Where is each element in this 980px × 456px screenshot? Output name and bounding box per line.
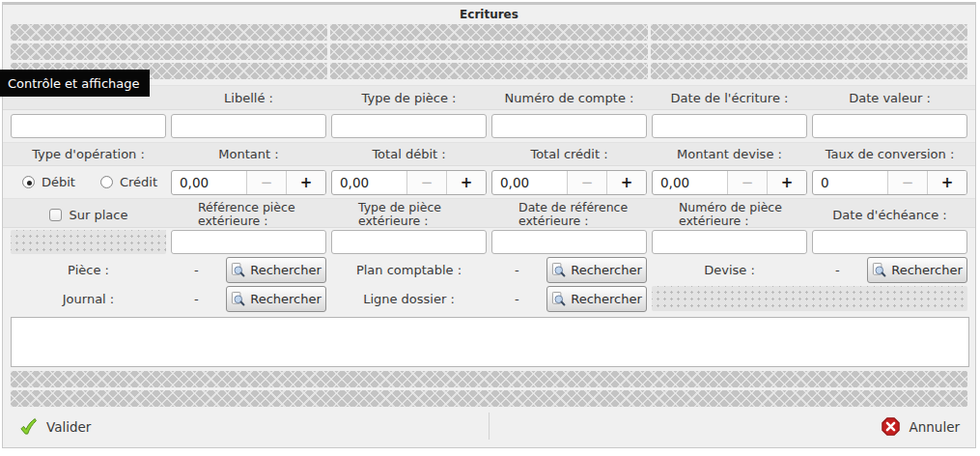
montant-devise-decrement-button[interactable]: − [727, 171, 767, 194]
bottom-hatch-area [11, 371, 967, 407]
journal-value: - [194, 292, 199, 306]
numero-piece-ext-input[interactable] [652, 230, 807, 254]
annuler-button[interactable]: Annuler [882, 417, 960, 436]
label-reference-piece-ext: Référence pièce extérieure : [171, 201, 326, 228]
devise-value: - [835, 263, 840, 277]
annuler-label: Annuler [909, 419, 960, 435]
search-piece-button[interactable]: Rechercher [226, 257, 326, 283]
radio-credit[interactable]: Crédit [100, 175, 157, 189]
label-plan-comptable: Plan comptable : [331, 263, 487, 277]
hatch-cell [11, 371, 967, 387]
montant-devise-increment-button[interactable]: + [767, 171, 806, 194]
radio-debit-icon[interactable] [22, 176, 35, 188]
montant-devise-value[interactable] [653, 171, 727, 194]
search-icon [551, 263, 566, 277]
ligne-dossier-value: - [515, 292, 519, 306]
footer-divider [489, 413, 490, 440]
total-debit-spinner: − + [331, 170, 487, 195]
type-piece-input[interactable] [331, 114, 487, 138]
total-credit-spinner: − + [491, 170, 647, 195]
hatch-cell [11, 390, 967, 407]
total-debit-decrement-button[interactable]: − [406, 171, 446, 194]
taux-conversion-value[interactable] [813, 171, 887, 194]
devise-lookup: - Rechercher [812, 255, 967, 284]
valider-button[interactable]: Valider [18, 417, 91, 436]
date-echeance-input[interactable] [812, 230, 967, 254]
radio-debit-label: Débit [42, 175, 75, 189]
valider-label: Valider [46, 419, 91, 435]
hatch-cell [330, 63, 647, 79]
hatch-cell [11, 24, 327, 41]
hatch-cell [651, 24, 967, 41]
label-devise: Devise : [652, 263, 807, 277]
montant-value[interactable] [172, 171, 246, 194]
search-piece-label: Rechercher [250, 263, 322, 277]
search-icon [231, 263, 245, 277]
radio-debit[interactable]: Débit [22, 175, 75, 189]
controle-affichage-input[interactable] [11, 114, 166, 138]
field-label-libelle: Libellé : [171, 91, 326, 105]
hatch-cell [330, 43, 647, 60]
label-taux-conversion: Taux de conversion : [812, 147, 967, 161]
total-credit-value[interactable] [492, 171, 567, 194]
search-journal-label: Rechercher [250, 292, 322, 306]
total-credit-decrement-button[interactable]: − [567, 171, 606, 194]
sur-place-checkbox[interactable] [49, 209, 62, 221]
montant-decrement-button[interactable]: − [246, 171, 286, 194]
total-credit-increment-button[interactable]: + [606, 171, 646, 194]
taux-conversion-increment-button[interactable]: + [927, 171, 966, 194]
libelle-input[interactable] [171, 114, 326, 138]
label-date-echeance: Date d'échéance : [812, 208, 967, 222]
search-plan-comptable-button[interactable]: Rechercher [546, 257, 647, 283]
type-piece-ext-input[interactable] [331, 230, 487, 254]
journal-lookup: - Rechercher [171, 284, 326, 313]
lookup-row-1: Pièce : - Rechercher Plan comptable : - … [3, 255, 975, 284]
field-inputs-row [3, 110, 975, 142]
date-ecriture-input[interactable] [652, 114, 807, 138]
date-valeur-input[interactable] [812, 114, 967, 138]
label-journal: Journal : [11, 292, 166, 306]
search-ligne-dossier-button[interactable]: Rechercher [546, 286, 647, 312]
label-piece: Pièce : [11, 263, 166, 277]
disabled-area [11, 230, 166, 254]
hatch-cell [11, 43, 327, 60]
piece-value: - [194, 263, 199, 277]
total-debit-value[interactable] [332, 171, 406, 194]
label-total-debit: Total débit : [331, 147, 487, 161]
label-montant: Montant : [171, 147, 326, 161]
date-reference-ext-input[interactable] [491, 230, 647, 254]
montant-increment-button[interactable]: + [286, 171, 325, 194]
check-icon [18, 417, 38, 436]
total-debit-increment-button[interactable]: + [446, 171, 486, 194]
lookup-row-2: Journal : - Rechercher Ligne dossier : -… [3, 284, 975, 313]
taux-conversion-spinner: − + [812, 170, 967, 195]
plan-comptable-value: - [515, 263, 519, 277]
search-journal-button[interactable]: Rechercher [226, 286, 326, 312]
field-label-numero-compte: Numéro de compte : [491, 91, 647, 105]
search-icon [551, 292, 566, 306]
hatch-cell [651, 63, 967, 79]
label-date-reference-ext: Date de référence extérieure : [491, 201, 647, 228]
taux-conversion-decrement-button[interactable]: − [887, 171, 927, 194]
search-ligne-dossier-label: Rechercher [571, 292, 642, 306]
search-devise-button[interactable]: Rechercher [867, 257, 967, 283]
sur-place-checkbox-item[interactable]: Sur place [11, 208, 166, 222]
hatch-cell [651, 43, 967, 60]
top-hatch-area [11, 24, 967, 79]
footer-bar: Valider Annuler [3, 407, 975, 446]
field-label-type-piece: Type de pièce : [331, 91, 487, 105]
notes-textarea[interactable] [11, 317, 969, 367]
label-montant-devise: Montant devise : [652, 147, 807, 161]
numero-compte-input[interactable] [491, 114, 647, 138]
plan-comptable-lookup: - Rechercher [491, 255, 647, 284]
radio-credit-icon[interactable] [100, 176, 113, 188]
search-icon [872, 263, 886, 277]
ligne-dossier-lookup: - Rechercher [491, 284, 647, 313]
search-plan-comptable-label: Rechercher [571, 263, 642, 277]
external-inputs-row [3, 228, 975, 255]
reference-piece-ext-input[interactable] [171, 230, 326, 254]
label-numero-piece-ext: Numéro de pièce extérieure : [652, 201, 807, 228]
montant-devise-spinner: − + [652, 170, 807, 195]
type-operation-radios: Débit Crédit [11, 175, 166, 189]
piece-lookup: - Rechercher [171, 255, 326, 284]
